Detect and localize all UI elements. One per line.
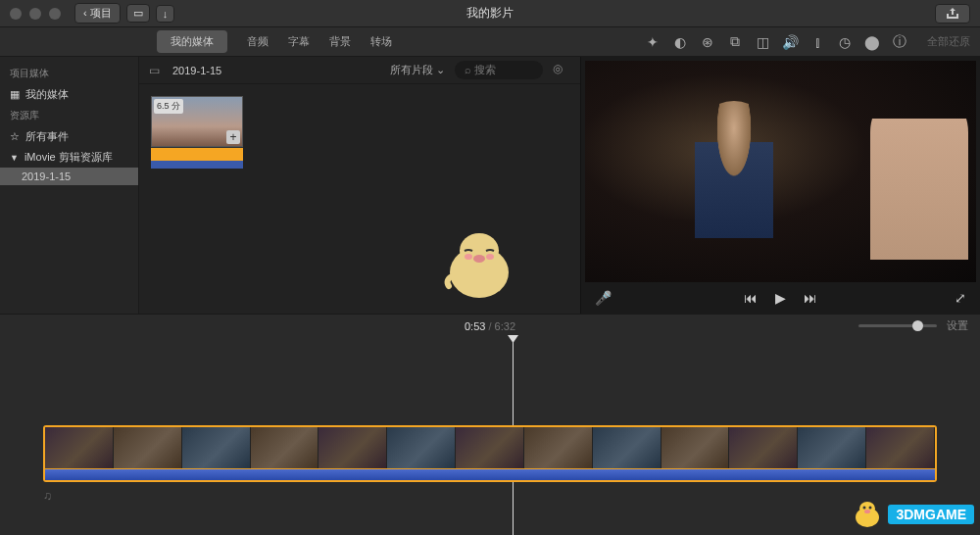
share-icon	[946, 8, 959, 20]
enhance-icon[interactable]: ✦	[645, 34, 661, 50]
prev-button[interactable]: ⏮	[744, 290, 758, 306]
sidebar-label: 2019-1-15	[22, 170, 71, 182]
import-button[interactable]: ↓	[156, 5, 175, 23]
timeline[interactable]: ♫	[0, 337, 980, 535]
zoom-window[interactable]	[49, 8, 61, 20]
media-tabs: 我的媒体	[157, 30, 227, 53]
clip-filter-dropdown[interactable]: 所有片段 ⌄	[390, 63, 445, 77]
back-button[interactable]: ‹ 项目	[74, 3, 121, 24]
speed-icon[interactable]: ◷	[837, 34, 853, 50]
video-subject	[695, 101, 773, 238]
clip-duration-badge: 6.5 分	[154, 99, 183, 114]
music-note-icon: ♫	[43, 489, 52, 503]
timecode-display: 0:53 / 6:32	[465, 320, 515, 332]
minimize-window[interactable]	[29, 8, 41, 20]
share-button[interactable]	[935, 4, 970, 24]
clips-area: 6.5 分 +	[139, 84, 580, 180]
video-frame	[585, 61, 976, 282]
browser-header: ▭ 2019-1-15 所有片段 ⌄ 搜索 ◎	[139, 57, 580, 84]
timeline-header: 0:53 / 6:32 设置	[0, 314, 980, 337]
main-area: 项目媒体 ▦ 我的媒体 资源库 ☆ 所有事件 ▼ iMovie 剪辑资源库 20…	[0, 57, 980, 314]
clip-video-thumb: 6.5 分 +	[151, 96, 243, 147]
sidebar-label: 我的媒体	[25, 87, 69, 102]
timeline-header-right: 设置	[858, 318, 968, 333]
titlebar: ‹ 项目 ▭ ↓ 我的影片	[0, 0, 980, 27]
close-window[interactable]	[10, 8, 22, 20]
window-title: 我的影片	[466, 5, 514, 22]
tab-subtitle[interactable]: 字幕	[288, 34, 310, 49]
add-clip-button[interactable]: +	[226, 130, 240, 144]
tab-background[interactable]: 背景	[329, 34, 351, 49]
sidebar-section-library: 资源库	[0, 105, 138, 126]
star-icon: ☆	[10, 130, 20, 143]
sidebar-item-imovie-library[interactable]: ▼ iMovie 剪辑资源库	[0, 147, 138, 168]
fullscreen-icon[interactable]: ⤢	[955, 290, 966, 306]
volume-icon[interactable]: 🔊	[782, 34, 798, 50]
toggle-list-button[interactable]: ▭	[126, 4, 150, 23]
window-controls	[0, 8, 61, 20]
list-view-icon[interactable]: ▭	[149, 64, 163, 77]
reset-all-label[interactable]: 全部还原	[927, 34, 970, 49]
clip-audio-wave2	[151, 161, 243, 169]
back-label: 项目	[90, 7, 112, 19]
scope-icon[interactable]: ◎	[553, 62, 570, 79]
sidebar-item-event-date[interactable]: 2019-1-15	[0, 168, 138, 185]
sidebar-item-all-events[interactable]: ☆ 所有事件	[0, 126, 138, 147]
audio-waveform[interactable]	[45, 468, 935, 480]
stabilize-icon[interactable]: ◫	[755, 34, 770, 50]
info-icon[interactable]: ⓘ	[892, 34, 907, 50]
timeline-settings-button[interactable]: 设置	[947, 318, 968, 333]
clip-audio-wave	[151, 147, 243, 161]
tabs-row: 我的媒体 音频 字幕 背景 转场 ✦ ◐ ⊛ ⧉ ◫ 🔊 ⫿ ◷ ⬤ ⓘ 全部还…	[0, 27, 980, 57]
color-balance-icon[interactable]: ◐	[672, 34, 688, 50]
viewer-panel: 🎤 ⏮ ▶ ⏭ ⤢	[580, 57, 980, 314]
disclosure-triangle-icon[interactable]: ▼	[10, 153, 19, 163]
current-time: 0:53	[465, 320, 485, 332]
play-button[interactable]: ▶	[775, 290, 786, 306]
viewer-canvas[interactable]	[585, 61, 976, 282]
voiceover-icon[interactable]: 🎤	[595, 290, 612, 306]
sidebar-label: iMovie 剪辑资源库	[24, 150, 113, 165]
tab-audio[interactable]: 音频	[247, 34, 269, 49]
music-track[interactable]: ♫	[43, 486, 937, 506]
next-button[interactable]: ⏭	[804, 290, 817, 306]
search-input[interactable]: 搜索	[455, 61, 543, 79]
tab-transition[interactable]: 转场	[370, 34, 392, 49]
filmstrip-icon: ▦	[10, 88, 20, 101]
inspector-tools: ✦ ◐ ⊛ ⧉ ◫ 🔊 ⫿ ◷ ⬤ ⓘ 全部还原	[645, 34, 970, 50]
color-correction-icon[interactable]: ⊛	[700, 34, 715, 50]
video-subject-2	[870, 83, 968, 260]
sidebar-section-project: 项目媒体	[0, 63, 138, 84]
crop-icon[interactable]: ⧉	[727, 34, 743, 50]
video-track[interactable]	[43, 425, 937, 482]
nav-group: ‹ 项目 ▭ ↓	[74, 3, 174, 24]
zoom-slider[interactable]	[858, 324, 937, 327]
total-time: 6:32	[495, 320, 515, 332]
zoom-thumb[interactable]	[912, 320, 923, 331]
sidebar-label: 所有事件	[25, 129, 69, 144]
viewer-controls: 🎤 ⏮ ▶ ⏭ ⤢	[581, 282, 980, 314]
sidebar: 项目媒体 ▦ 我的媒体 资源库 ☆ 所有事件 ▼ iMovie 剪辑资源库 20…	[0, 57, 139, 314]
sidebar-item-my-media[interactable]: ▦ 我的媒体	[0, 84, 138, 105]
browser-title: 2019-1-15	[172, 65, 221, 76]
noise-icon[interactable]: ⫿	[809, 34, 825, 50]
tab-my-media[interactable]: 我的媒体	[157, 30, 227, 53]
clip-thumbnail[interactable]: 6.5 分 +	[151, 96, 243, 169]
filter-icon[interactable]: ⬤	[864, 34, 880, 50]
media-browser: ▭ 2019-1-15 所有片段 ⌄ 搜索 ◎ 6.5 分 +	[139, 57, 580, 314]
